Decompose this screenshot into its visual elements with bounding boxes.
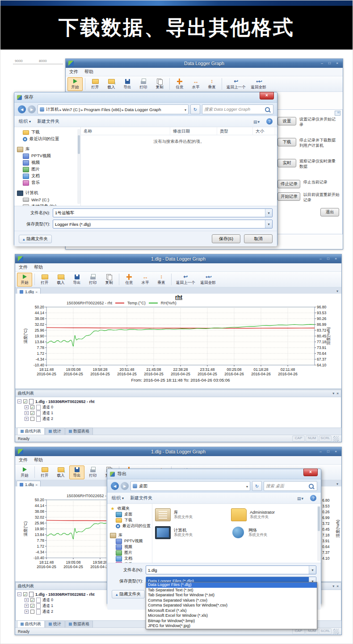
folder-item[interactable]: 网络 系统文件夹	[231, 525, 303, 540]
folder-item[interactable]: 库 系统文件夹	[155, 507, 227, 522]
toolbar-button-load[interactable]: 载入	[53, 273, 68, 287]
tree-collapse-icon[interactable]	[17, 592, 21, 596]
toolbar-button-folder[interactable]: 打开	[37, 465, 52, 479]
filetype-option[interactable]: Microsoft Excel (*.xls)	[146, 608, 317, 614]
sidebar-item[interactable]: Win7 (C:)	[14, 196, 80, 203]
toolbar-button-load[interactable]: 载入	[53, 465, 68, 479]
back-button[interactable]	[111, 482, 119, 490]
panel-close-icon[interactable]	[336, 391, 339, 395]
dialog-title-bar[interactable]: 导出	[107, 469, 321, 479]
sidebar-item[interactable]: 最近访问的位置	[14, 136, 80, 142]
toolbar-button-harrow[interactable]: 水平	[188, 77, 203, 91]
new-folder-button[interactable]: 新建文件夹	[37, 118, 59, 125]
toolbar-button-undo[interactable]: 返回上一个	[224, 77, 248, 91]
organize-button[interactable]: 组织	[19, 118, 31, 125]
toolbar-button-varrow[interactable]: 垂直	[204, 77, 219, 91]
menu-item[interactable]: 帮助	[34, 457, 43, 463]
forward-button[interactable]	[28, 105, 36, 113]
new-folder-button[interactable]: 新建文件夹	[130, 495, 152, 501]
save-button[interactable]: 保存(S)	[212, 234, 240, 243]
menu-item[interactable]: 文件	[19, 457, 28, 463]
toolbar-button-export[interactable]: 导出	[69, 465, 84, 479]
breadcrumb-segment[interactable]: Program Files (x86)	[84, 107, 121, 112]
channel-checkbox[interactable]	[30, 604, 34, 608]
sidebar-item[interactable]: 文档	[107, 556, 152, 561]
minimize-icon[interactable]	[319, 61, 325, 66]
sidebar-item[interactable]: 计算机	[14, 190, 80, 196]
panel-button[interactable]: 开始记录	[277, 192, 300, 201]
breadcrumb[interactable]: 桌面	[130, 481, 250, 491]
tree-expand-icon[interactable]	[25, 610, 29, 614]
search-box[interactable]: 搜索 Data Logger Graph	[202, 104, 273, 114]
tree-expand-icon[interactable]	[25, 417, 29, 421]
breadcrumb-dropdown-icon[interactable]	[246, 484, 248, 489]
toolbar-button-move[interactable]: 任意	[122, 273, 137, 287]
channel-checkbox[interactable]	[30, 598, 34, 602]
toolbar-button-load[interactable]: 载入	[104, 77, 119, 91]
tree-root-row[interactable]: 1.dlg - 150306RHT0022652 - rht	[17, 399, 339, 404]
panel-button[interactable]: 实时	[277, 159, 296, 167]
resize-grip[interactable]	[333, 436, 339, 441]
contents-scrollbar[interactable]	[317, 506, 320, 561]
menu-item[interactable]: 帮助	[84, 69, 93, 75]
views-icon[interactable]	[253, 119, 260, 124]
tree-channel-row[interactable]: 通道 0	[17, 404, 339, 410]
title-bar[interactable]: 1.dlg - Data Logger Graph	[15, 447, 341, 456]
toolbar-button-undoall[interactable]: 返回全部	[249, 77, 269, 91]
toolbar-button-undoall[interactable]: 返回全部	[198, 273, 218, 287]
channel-checkbox[interactable]	[30, 417, 34, 421]
dialog-title-bar[interactable]: 保存	[14, 92, 277, 103]
bottom-tab[interactable]: 数据表格	[65, 428, 93, 435]
toolbar-button-print[interactable]: 打印	[85, 273, 101, 287]
toolbar-button-play[interactable]: 开始	[17, 465, 32, 479]
breadcrumb-segment[interactable]: 计算机	[46, 107, 59, 112]
curve-list-header[interactable]: 曲线列表	[16, 390, 341, 397]
tab-list-icon[interactable]	[336, 479, 338, 487]
title-bar[interactable]: 1.dlg - Data Logger Graph	[15, 254, 341, 263]
sidebar-item[interactable]: 库	[107, 532, 152, 538]
filetype-option[interactable]: Tab Separated Text for Window (*.txt)	[146, 593, 317, 598]
sidebar-item[interactable]: 音乐	[14, 179, 80, 186]
breadcrumb-segment[interactable]: 桌面	[139, 483, 147, 489]
menu-item[interactable]: 文件	[19, 264, 28, 270]
folder-item[interactable]: Administrator 系统文件夹	[231, 507, 303, 522]
hide-folders-button[interactable]: 隐藏文件夹	[19, 235, 52, 243]
sidebar-item[interactable]: 桌面	[107, 511, 152, 517]
close-icon[interactable]	[333, 449, 339, 454]
channel-checkbox[interactable]	[30, 610, 34, 614]
organize-button[interactable]: 组织	[112, 495, 124, 501]
bottom-tab[interactable]: 曲线列表	[17, 620, 45, 627]
forward-button[interactable]	[121, 482, 129, 490]
hide-folders-button[interactable]: 隐藏文件夹	[112, 590, 145, 598]
maximize-icon[interactable]	[327, 61, 332, 66]
filetype-option[interactable]: Bitmap for Window(*.bmp)	[146, 619, 317, 624]
search-box[interactable]: 搜索 桌面	[264, 481, 317, 491]
menu-item[interactable]: 帮助	[34, 264, 43, 270]
help-icon[interactable]	[266, 118, 273, 125]
help-icon[interactable]	[310, 495, 316, 501]
sidebar-item[interactable]: 收藏夹	[107, 506, 152, 511]
sidebar-item[interactable]: 库	[14, 146, 80, 153]
back-button[interactable]	[18, 105, 26, 113]
tree-expand-icon[interactable]	[25, 604, 29, 608]
refresh-icon[interactable]	[252, 481, 262, 491]
cancel-button[interactable]: 取消	[244, 234, 273, 243]
maximize-icon[interactable]	[325, 256, 331, 262]
close-icon[interactable]	[260, 92, 274, 100]
toolbar-button-folder[interactable]: 打开	[37, 273, 52, 287]
toolbar-button-undo[interactable]: 返回上一个	[174, 273, 198, 287]
breadcrumb[interactable]: 计算机Win7 (C:)Program Files (x86)Data Logg…	[38, 104, 189, 114]
filetype-option[interactable]: Data Logger Files (*.dlg)	[146, 582, 317, 588]
tree-channel-row[interactable]: 通道 1	[17, 410, 339, 416]
sidebar-item[interactable]: 图片	[14, 166, 80, 173]
bottom-tab[interactable]: 曲线列表	[17, 428, 45, 435]
tree-collapse-icon[interactable]	[17, 399, 21, 403]
filetype-option[interactable]: Comma Separated Values for Window(*.csv)	[146, 603, 317, 608]
panel-button[interactable]: 停止记录	[277, 180, 300, 188]
sidebar-item[interactable]: 最近访问的位置	[107, 523, 152, 529]
panel-button[interactable]: 下载	[277, 138, 296, 146]
panel-close-icon[interactable]	[336, 584, 339, 588]
toolbar-button-print[interactable]: 打印	[136, 77, 151, 91]
refresh-icon[interactable]	[190, 104, 200, 114]
menu-item[interactable]: 文件	[69, 69, 78, 75]
